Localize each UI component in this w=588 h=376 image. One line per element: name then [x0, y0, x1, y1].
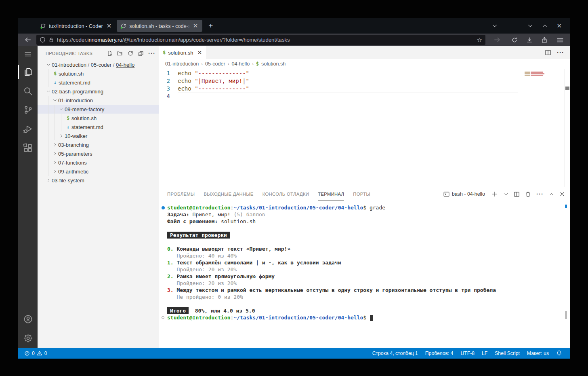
tree-item-solution.sh[interactable]: $solution.sh	[38, 114, 159, 123]
tree-item-label: 07-functions	[58, 160, 87, 166]
chevron-down-icon	[58, 106, 65, 112]
status-item[interactable]: Строка 4, столбец 1	[369, 351, 422, 356]
run-debug-icon[interactable]	[18, 119, 38, 138]
terminal-line: Пройдено: 20 из 20%	[162, 280, 570, 287]
reload-icon[interactable]	[511, 37, 518, 43]
editor-tab-solution[interactable]: $ solution.sh ✕	[159, 46, 206, 59]
settings-gear-icon[interactable]	[18, 329, 38, 348]
tree-item-01-introduction-05-coder-04-hello[interactable]: 01-introduction / 05-coder / 04-hello	[38, 60, 159, 69]
bookmark-star-icon[interactable]: ☆	[477, 36, 482, 44]
maximize-panel-icon[interactable]	[549, 192, 554, 197]
bottom-panel: ПРОБЛЕМЫВЫХОДНЫЕ ДАННЫЕКОНСОЛЬ ОТЛАДКИТЕ…	[159, 187, 570, 348]
launch-profile-chevron-icon[interactable]	[503, 192, 508, 197]
chevron-up-icon[interactable]	[542, 23, 548, 29]
collapse-all-icon[interactable]	[138, 50, 144, 57]
panel-tab-консоль отладки[interactable]: КОНСОЛЬ ОТЛАДКИ	[262, 187, 309, 201]
code-line[interactable]: 4	[159, 93, 570, 100]
tree-item-statement.md[interactable]: ↓statement.md	[38, 123, 159, 131]
editor-tab-label: solution.sh	[168, 50, 193, 56]
search-icon[interactable]	[18, 81, 38, 100]
lock-icon[interactable]	[48, 37, 54, 43]
tab-close-icon[interactable]: ✕	[192, 22, 199, 30]
tree-item-03-file-system[interactable]: 03-file-system	[38, 176, 159, 185]
download-icon[interactable]	[526, 37, 533, 43]
new-tab-button[interactable]: +	[208, 21, 213, 30]
tree-item-03-branching[interactable]: 03-branching	[38, 140, 159, 149]
status-item[interactable]: Shell Script	[491, 351, 523, 356]
browser-menu-icon[interactable]	[556, 36, 564, 44]
window-close-icon[interactable]: ✕	[556, 22, 562, 30]
close-panel-icon[interactable]	[559, 191, 565, 197]
status-item[interactable]: Макет: us	[523, 351, 552, 356]
forward-icon[interactable]	[494, 36, 500, 43]
command-decoration[interactable]	[162, 204, 167, 211]
panel-tab-выходные данные[interactable]: ВЫХОДНЫЕ ДАННЫЕ	[204, 187, 253, 201]
tree-item-statement.md[interactable]: ↓statement.md	[38, 78, 159, 87]
terminal-selector[interactable]: bash - 04-hello	[443, 191, 485, 197]
explorer-icon[interactable]	[18, 62, 38, 81]
code-line[interactable]: 2echo "|Привет, мир!|"	[159, 77, 570, 85]
browser-tab-solution[interactable]: solution.sh - tasks - code-se ✕	[117, 20, 202, 32]
chevron-down-icon[interactable]	[527, 23, 533, 29]
editor-scrollbar[interactable]	[564, 69, 570, 187]
tree-item-09-meme-factory[interactable]: 09-meme-factory	[38, 105, 159, 114]
kill-terminal-trash-icon[interactable]	[525, 191, 531, 197]
breadcrumb-item[interactable]: solution.sh	[261, 61, 286, 67]
more-icon[interactable]: ···	[536, 190, 544, 198]
panel-tab-терминал[interactable]: ТЕРМИНАЛ	[318, 187, 344, 201]
minimap[interactable]	[523, 71, 562, 76]
tree-item-02-bash-programming[interactable]: 02-bash-programming	[38, 87, 159, 96]
tree-item-10-walker[interactable]: 10-walker	[38, 131, 159, 140]
back-icon[interactable]	[25, 36, 32, 43]
panel-tab-порты[interactable]: ПОРТЫ	[353, 187, 370, 201]
new-folder-icon[interactable]	[117, 50, 123, 57]
tree-item-label: 03-file-system	[52, 177, 84, 184]
list-tabs-chevron-icon[interactable]	[492, 23, 498, 29]
extensions-icon[interactable]	[18, 138, 38, 157]
tree-item-07-functions[interactable]: 07-functions	[38, 158, 159, 167]
code-line[interactable]: 1echo "--------------"	[159, 70, 570, 77]
breadcrumb-item[interactable]: 04-hello	[231, 61, 250, 67]
notifications-bell-icon[interactable]	[552, 350, 566, 356]
share-icon[interactable]	[541, 37, 548, 43]
status-item[interactable]: UTF-8	[457, 351, 478, 356]
terminal[interactable]: student@Introduction:~/tasks/01-introduc…	[159, 201, 570, 348]
url-bar[interactable]: https://coder.innomastery.ru/@tux/Introd…	[36, 35, 485, 45]
command-decoration	[162, 225, 167, 232]
status-item[interactable]: LF	[478, 351, 491, 356]
account-icon[interactable]	[18, 310, 38, 329]
indent-guide	[55, 131, 55, 140]
split-terminal-icon[interactable]	[514, 191, 520, 197]
panel-tab-проблемы[interactable]: ПРОБЛЕМЫ	[167, 187, 195, 201]
source-control-icon[interactable]	[18, 100, 38, 119]
refresh-icon[interactable]	[127, 50, 134, 57]
more-icon[interactable]: ···	[557, 49, 564, 56]
editor-tab-close-icon[interactable]: ✕	[197, 49, 202, 56]
tree-item-09-arithmetic[interactable]: 09-arithmetic	[38, 167, 159, 176]
terminal-scrollbar-thumb[interactable]	[565, 311, 567, 319]
more-icon[interactable]: ···	[148, 50, 155, 57]
line-number: 1	[159, 70, 178, 77]
status-item[interactable]: Пробелов: 4	[422, 351, 457, 356]
new-file-icon[interactable]	[106, 50, 113, 57]
breadcrumb-item[interactable]: 05-coder	[205, 61, 225, 67]
breadcrumbs: 01-introduction›05-coder›04-hello›$solut…	[159, 59, 570, 69]
tree-item-05-parameters[interactable]: 05-parameters	[38, 149, 159, 158]
terminal-line: Файл с решением: solution.sh	[162, 218, 570, 225]
shield-icon[interactable]	[40, 37, 46, 43]
menu-icon[interactable]	[18, 46, 38, 62]
tab-close-icon[interactable]: ✕	[106, 22, 113, 30]
new-terminal-plus-icon[interactable]	[491, 191, 498, 197]
problems-status[interactable]: 0 0	[21, 351, 50, 356]
split-editor-icon[interactable]	[545, 49, 551, 56]
browser-tab-coder[interactable]: tux/Introduction - Coder ✕	[36, 20, 116, 32]
code-editor[interactable]: 1echo "--------------"2echo "|Привет, ми…	[159, 69, 570, 187]
command-decoration[interactable]	[162, 314, 167, 321]
code-line[interactable]: 3echo "--------------"	[159, 85, 570, 93]
markdown-file-icon: ↓	[65, 124, 71, 130]
terminal-line: Не пройдено: 0 из 20%	[162, 294, 570, 300]
tree-item-solution.sh[interactable]: $solution.sh	[38, 69, 159, 78]
tree-item-01-introduction[interactable]: 01-introduction	[38, 96, 159, 105]
breadcrumb-item[interactable]: 01-introduction	[165, 61, 199, 67]
command-decoration	[162, 259, 167, 266]
